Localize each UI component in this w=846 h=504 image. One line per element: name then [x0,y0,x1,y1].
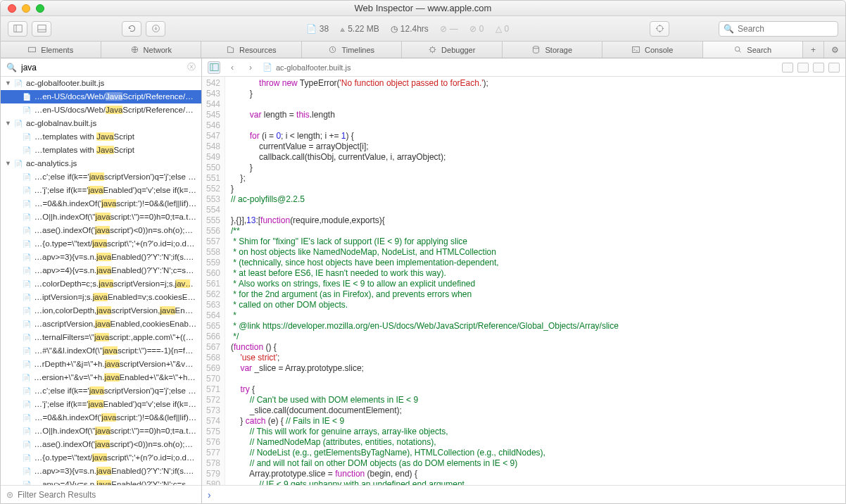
search-result-item[interactable]: 📄…apv>=3){v=s.n.javaEnabled()?'Y':'N';if… [1,251,201,264]
errors-count: 0 [479,24,484,34]
search-result-item[interactable]: 📄…ase().indexOf('javascript')<0))n=s.oh(… [1,224,201,237]
inspect-element-button[interactable] [650,21,669,37]
dashboard-info: 📄38 ⟁5.22 MB ◷12.4hrs ⊘— ⊘0 △0 [172,24,643,34]
search-result-item[interactable]: 📄…{o.type=\"text/javascript\";'+(n?'o.id… [1,237,201,251]
traffic-lights [8,4,44,13]
search-result-item[interactable]: 📄…apv>=4){v=s.n.javaEnabled()?'Y':'N';c=… [1,478,201,485]
search-result-item[interactable]: 📄…O||h.indexOf(\"javascript:\")==0)h=0;t… [1,210,201,224]
search-result-item[interactable]: 📄…c';else if(k=='javascriptVersion')q='j… [1,170,201,184]
hierarchy-button[interactable] [208,61,220,74]
tab-console[interactable]: Console [602,42,703,58]
tree-group[interactable]: ▼📄ac-globalnav.built.js [1,117,201,130]
chevron-right-icon: › [208,489,211,500]
search-result-item[interactable]: 📄…apv>=4){v=s.n.javaEnabled()?'Y':'N';c=… [1,264,201,277]
search-result-item[interactable]: 📄…apv>=3){v=s.n.javaEnabled()?'Y':'N';if… [1,465,201,478]
sidebar-filter-input[interactable] [18,490,196,500]
nav-forward-button[interactable]: › [244,61,257,74]
tab-debugger[interactable]: Debugger [402,42,503,58]
sidebar-left-toggle[interactable] [8,21,27,37]
warnings-icon: △ [495,24,502,34]
tab-timelines[interactable]: Timelines [302,42,403,58]
svg-rect-10 [29,47,36,52]
svg-line-17 [739,51,740,52]
search-result-item[interactable]: 📄…ersion+\"&v=\"+h.javaEnabled+\"&k=\"+h… [1,371,201,384]
new-tab-button[interactable]: + [803,42,824,58]
svg-rect-2 [37,25,45,32]
svg-rect-0 [13,25,21,32]
global-search-input[interactable] [738,24,833,34]
weight-icon: ⟁ [340,24,345,34]
sidebar: 🔍 ⓧ ▼📄ac-globalfooter.built.js📄…en-US/do… [1,58,202,503]
errors-icon: ⊘ [469,24,476,34]
search-result-item[interactable]: 📄…en-US/docs/Web/JavaScript/Reference/Gl… [1,103,201,117]
elapsed-time: 12.4hrs [400,24,429,34]
minimize-window-button[interactable] [22,4,30,13]
code-content[interactable]: throw new TypeError('No function object … [225,77,624,485]
search-result-item[interactable]: 📄…=0&&h.indexOf('javascript:')!=0&&(lef|… [1,197,201,210]
resources-icon: 📄 [306,24,317,34]
toolbar: 📄38 ⟁5.22 MB ◷12.4hrs ⊘— ⊘0 △0 🔍 [1,16,845,42]
code-coverage-button[interactable] [813,63,824,73]
source-path[interactable]: 📄 ac-globalfooter.built.js [263,63,351,72]
pretty-print-button[interactable] [782,63,793,73]
settings-button[interactable]: ⚙ [824,42,845,58]
search-result-item[interactable]: 📄…ase().indexOf('javascript')<0))n=s.oh(… [1,438,201,451]
search-result-item[interactable]: 📄…#\"&&l.indexOf(\"javascript:\")===-1){… [1,344,201,358]
sidebar-search-input[interactable] [21,63,187,73]
sidebar-search[interactable]: 🔍 ⓧ [1,58,201,77]
reload-button[interactable] [122,21,141,37]
search-result-item[interactable]: 📄…=0&&h.indexOf('javascript:')!=0&&(lef|… [1,411,201,424]
global-search[interactable]: 🔍 [719,21,838,37]
console-prompt[interactable]: › [202,485,845,503]
svg-point-16 [735,46,740,51]
filter-icon: ⊜ [6,490,13,500]
search-result-item[interactable]: 📄…templates with JavaScript [1,130,201,144]
tab-bar: ElementsNetworkResourcesTimelinesDebugge… [1,42,845,58]
nav-back-button[interactable]: ‹ [226,61,239,74]
sidebar-filter[interactable]: ⊜ [1,485,201,503]
tab-storage[interactable]: Storage [503,42,603,58]
tree-group[interactable]: ▼📄ac-analytics.js [1,157,201,170]
titlebar: Web Inspector — www.apple.com [1,1,845,16]
svg-point-14 [534,46,539,49]
svg-point-13 [430,47,435,52]
search-result-item[interactable]: 📄…O||h.indexOf(\"javascript:\")==0)h=0;t… [1,424,201,438]
search-result-item[interactable]: 📄…ascriptVersion,javaEnabled,cookiesEnab… [1,317,201,331]
search-icon: 🔍 [6,63,17,73]
clear-icon[interactable]: ⓧ [187,61,196,73]
close-window-button[interactable] [8,4,16,13]
sidebar-bottom-toggle[interactable] [32,21,51,37]
clock-icon: ◷ [391,24,398,34]
tab-resources[interactable]: Resources [201,42,302,58]
tab-search[interactable]: Search [703,42,804,58]
split-toggle-button[interactable] [828,63,840,73]
search-result-item[interactable]: 📄…en-US/docs/Web/JavaScript/Reference/Gl… [1,90,201,103]
search-result-item[interactable]: 📄…ternalFilters=\"javascript:,apple.com\… [1,331,201,344]
search-result-item[interactable]: 📄…templates with JavaScript [1,144,201,157]
line-gutter: 5425435445455465475485495505515525535545… [202,77,225,485]
search-results-tree[interactable]: ▼📄ac-globalfooter.built.js📄…en-US/docs/W… [1,77,201,485]
code-editor[interactable]: 5425435445455465475485495505515525535545… [202,77,845,485]
search-result-item[interactable]: 📄…{o.type=\"text/javascript\";'+(n?'o.id… [1,451,201,465]
resources-size: 5.22 MB [348,24,379,34]
warnings-count: 0 [505,24,510,34]
main-panel: ‹ › 📄 ac-globalfooter.built.js 542543544… [202,58,845,503]
search-result-item[interactable]: 📄…iptVersion=j;s.javaEnabled=v;s.cookies… [1,291,201,304]
tab-elements[interactable]: Elements [1,42,101,58]
search-result-item[interactable]: 📄…rDepth+\"&j=\"+h.javascriptVersion+\"&… [1,358,201,371]
search-result-item[interactable]: 📄…c';else if(k=='javascriptVersion')q='j… [1,384,201,398]
type-profiler-button[interactable] [797,63,809,73]
search-result-item[interactable]: 📄…'j';else if(k=='javaEnabled')q='v';els… [1,398,201,411]
download-button[interactable] [146,21,165,37]
source-filename: ac-globalfooter.built.js [276,63,351,72]
search-result-item[interactable]: 📄…'j';else if(k=='javaEnabled')q='v';els… [1,184,201,197]
search-result-item[interactable]: 📄…ion,colorDepth,javascriptVersion,javaE… [1,304,201,317]
search-result-item[interactable]: 📄…colorDepth=c;s.javascriptVersion=j;s.j… [1,277,201,291]
tab-network[interactable]: Network [101,42,202,58]
resources-count: 38 [320,24,329,34]
window: Web Inspector — www.apple.com 📄38 ⟁5.22 … [0,0,846,504]
source-header: ‹ › 📄 ac-globalfooter.built.js [202,58,845,77]
svg-rect-18 [210,64,217,71]
tree-group[interactable]: ▼📄ac-globalfooter.built.js [1,77,201,90]
zoom-window-button[interactable] [36,4,44,13]
